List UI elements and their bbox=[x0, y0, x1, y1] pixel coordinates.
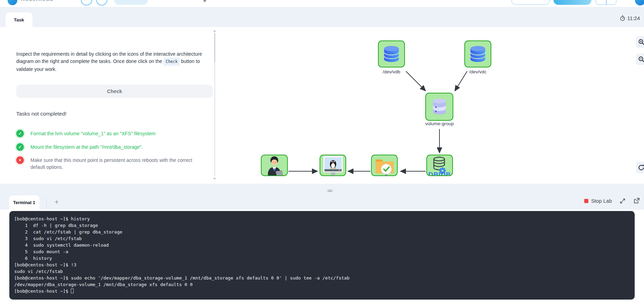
database-purple-icon bbox=[429, 97, 450, 117]
task-item-text: Mount the filesystem at the path "/mnt/d… bbox=[30, 143, 143, 150]
expand-icon bbox=[619, 198, 626, 204]
scroll-up-arrow[interactable] bbox=[213, 30, 216, 32]
zoom-in-icon bbox=[638, 39, 644, 45]
stop-lab-button[interactable]: Stop Lab bbox=[584, 198, 612, 204]
timer-value: 11:24 bbox=[627, 15, 640, 21]
diagram-node-user[interactable] bbox=[261, 155, 288, 176]
terminal-line: 6 history bbox=[14, 255, 630, 262]
task-item-text: Format the lvm volume "volume_1" as an "… bbox=[30, 130, 155, 137]
terminal-line: sudo vi /etc/fstab bbox=[14, 268, 630, 275]
lab-title-fragment: g bbox=[203, 0, 206, 2]
database-blue-icon bbox=[381, 43, 402, 65]
page: KodeKloud g Task 11:24 Inspect the requi… bbox=[0, 0, 644, 302]
terminal-line: 2 cat /etc/fstab | grep dba_storage bbox=[14, 229, 630, 235]
folder-check-icon bbox=[373, 156, 396, 176]
lvm-clipped-text: DBIDB bbox=[427, 171, 452, 176]
top-header: KodeKloud g bbox=[0, 0, 644, 7]
database-blue-icon bbox=[467, 43, 489, 65]
brand-logo-icon bbox=[8, 0, 17, 5]
diagram-node-dev-vdc[interactable] bbox=[464, 40, 491, 67]
header-split-button[interactable] bbox=[596, 0, 616, 5]
header-nav-prev-button[interactable] bbox=[81, 0, 92, 6]
terminal-line: [bob@centos-host ~]$ history bbox=[14, 216, 630, 222]
stop-square-icon bbox=[584, 199, 588, 203]
header-outline-button[interactable] bbox=[511, 0, 550, 5]
tab-terminal-1-label: Terminal 1 bbox=[13, 200, 35, 205]
task-success-icon: ✓ bbox=[16, 143, 24, 151]
terminal-prompt: [bob@centos-host ~]$ bbox=[14, 289, 71, 294]
terminal-cursor bbox=[71, 289, 74, 293]
external-link-icon bbox=[633, 198, 640, 204]
task-item-3: × Make sure that this mount point is per… bbox=[16, 156, 210, 171]
person-laptop-icon bbox=[263, 156, 286, 176]
check-code-chip: Check bbox=[163, 58, 180, 66]
panel-splitter-handle[interactable] bbox=[326, 189, 333, 192]
tasks-status-heading: Tasks not completed! bbox=[16, 111, 67, 117]
tab-task[interactable]: Task bbox=[6, 12, 32, 27]
node-label-dev-vdb: /dev/vdb bbox=[371, 69, 412, 74]
diagram-node-volume-group[interactable] bbox=[425, 93, 453, 121]
node-label-dev-vdc: /dev/vdc bbox=[457, 69, 499, 74]
zoom-out-icon bbox=[638, 56, 644, 63]
tab-task-label: Task bbox=[14, 17, 24, 22]
tab-divider bbox=[46, 199, 47, 207]
terminal-window[interactable]: [bob@centos-host ~]$ history 1 df -h | g… bbox=[9, 211, 635, 300]
terminal-actions: Stop Lab bbox=[584, 198, 640, 204]
terminal-line: 3 sudo vi /etc/fstab bbox=[14, 235, 630, 242]
terminal-line: 5 sudo mount -a bbox=[14, 248, 630, 255]
diagram-node-dev-vdb[interactable] bbox=[378, 40, 405, 67]
refresh-diagram-button[interactable] bbox=[636, 162, 644, 173]
terminal-line: [bob@centos-host ~]$ sudo echo '/dev/map… bbox=[14, 275, 630, 281]
stopwatch-icon bbox=[620, 15, 625, 21]
node-label-volume-group: volume-group bbox=[419, 121, 460, 126]
header-primary-button[interactable] bbox=[553, 0, 591, 5]
diagram-node-linux-host[interactable] bbox=[320, 155, 346, 176]
open-external-button[interactable] bbox=[633, 198, 640, 204]
zoom-in-button[interactable] bbox=[636, 36, 644, 48]
stop-lab-label: Stop Lab bbox=[591, 198, 612, 204]
tab-terminal-1[interactable]: Terminal 1 bbox=[9, 195, 39, 210]
task-item-text: Make sure that this mount point is persi… bbox=[30, 156, 193, 171]
diagram-node-mount-folder[interactable] bbox=[371, 155, 398, 176]
terminal-line: 4 sudo systemctl daemon-reload bbox=[14, 242, 630, 248]
monitor-tux-icon bbox=[322, 155, 344, 176]
task-success-icon: ✓ bbox=[16, 130, 24, 137]
header-pill-button[interactable] bbox=[114, 0, 148, 5]
diagram-node-lvm[interactable]: DBIDB bbox=[426, 155, 453, 176]
terminal-line: /dev/mapper/dba_storage-volume_1 /mnt/db… bbox=[14, 281, 630, 288]
header-nav-next-button[interactable] bbox=[96, 0, 107, 6]
terminal-line: 1 df -h | grep dba_storage bbox=[14, 222, 630, 229]
main-panel: Inspect the requirements in detail by cl… bbox=[0, 27, 644, 184]
refresh-icon bbox=[638, 164, 644, 171]
scroll-down-arrow[interactable] bbox=[213, 178, 216, 180]
task-instructions: Inspect the requirements in detail by cl… bbox=[16, 51, 205, 73]
task-pane-scrollbar[interactable] bbox=[214, 33, 215, 176]
expand-terminal-button[interactable] bbox=[619, 198, 626, 204]
brand-name: KodeKloud bbox=[21, 0, 53, 2]
check-button[interactable]: Check bbox=[16, 85, 213, 98]
lab-timer: 11:24 bbox=[620, 15, 640, 21]
terminal-header-band: Terminal 1 + Stop Lab bbox=[0, 184, 644, 210]
terminal-section: [bob@centos-host ~]$ history 1 df -h | g… bbox=[0, 210, 644, 302]
terminal-prompt-line: [bob@centos-host ~]$ bbox=[14, 288, 630, 294]
task-item-1: ✓ Format the lvm volume "volume_1" as an… bbox=[16, 130, 210, 137]
add-terminal-button[interactable]: + bbox=[52, 197, 61, 207]
avatar[interactable] bbox=[635, 0, 644, 6]
zoom-out-button[interactable] bbox=[636, 54, 644, 65]
task-item-2: ✓ Mount the filesystem at the path "/mnt… bbox=[16, 143, 210, 151]
terminal-line: [bob@centos-host ~]$ !3 bbox=[14, 262, 630, 268]
task-error-icon: × bbox=[16, 156, 24, 164]
task-tab-band: Task 11:24 bbox=[0, 7, 644, 27]
